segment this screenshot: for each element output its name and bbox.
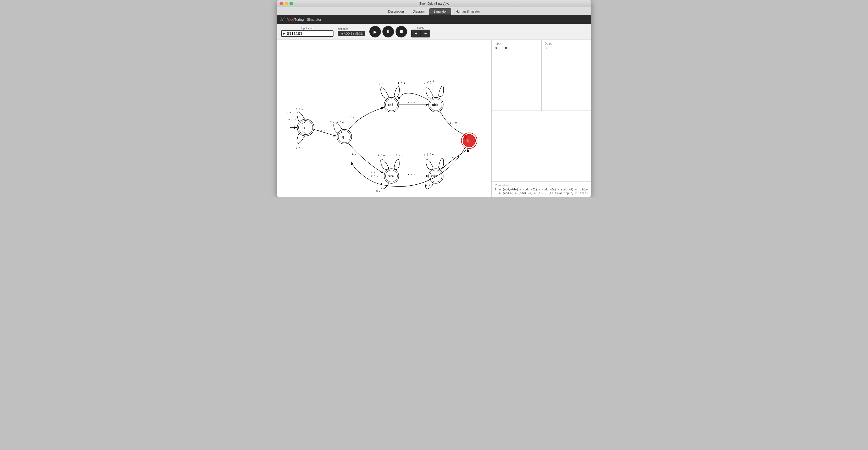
maximize-button[interactable]: [289, 2, 293, 5]
main-window: Even-Odd (Binary).vt Description Diagram…: [277, 0, 591, 197]
input-word-label: input word: [281, 27, 334, 30]
svg-text:1 / u: 1 / u: [427, 153, 434, 156]
main-content: 1 / → 0 / → s ⊳ / →: [277, 40, 591, 197]
app-header: ℳ VisuTuring - Simulator: [277, 15, 591, 24]
alphabet-label: alphabet: [338, 28, 365, 30]
state-h: h: [462, 133, 477, 149]
svg-text:q: q: [342, 134, 344, 139]
speed-group: speed + −: [411, 26, 430, 37]
tab-simulator[interactable]: Simulator: [429, 8, 451, 15]
tab-description[interactable]: Description: [384, 8, 408, 15]
speed-buttons: + −: [411, 30, 430, 37]
title-bar: Even-Odd (Binary).vt: [277, 0, 591, 7]
svg-text:u / ←: u / ←: [318, 129, 326, 131]
svg-text:⊳ / →: ⊳ / →: [408, 101, 415, 104]
state-odd-plus: 0 / u 1 / u odd+ ⊳ / → u / 0: [399, 80, 467, 136]
svg-point-7: [337, 129, 352, 144]
state-q: q u / ← ⊳ / →: [314, 120, 352, 144]
pause-button[interactable]: ⏸: [382, 26, 394, 37]
input-word-box[interactable]: ▶ 0111101: [281, 30, 334, 37]
svg-text:1 / →: 1 / →: [296, 108, 303, 111]
tab-human-simulator[interactable]: Human Simulator: [451, 8, 485, 15]
svg-text:1 / u: 1 / u: [396, 154, 403, 157]
svg-text:1 / u: 1 / u: [398, 82, 405, 84]
info-panel: Input 0111101 Output 0 Computation l) ⊢ …: [492, 40, 591, 197]
stop-button[interactable]: ⏹: [396, 26, 407, 37]
state-even-plus: 0 / u 1 / u even+ ⊳ / → u / 1 ⊳ / →: [399, 149, 468, 189]
computation-text: l) ⊢ (odd,⊢01u) ⊢ (odd,⊢01) ⊢ (odd,⊢0u) …: [495, 188, 588, 195]
svg-text:even: even: [388, 174, 394, 178]
svg-text:1 / u: 1 / u: [376, 82, 383, 85]
window-title: Even-Odd (Binary).vt: [419, 2, 449, 5]
close-button[interactable]: [280, 2, 283, 5]
app-title: VisuTuring - Simulator: [287, 18, 321, 22]
info-spacer: [492, 111, 591, 182]
input-word-group: input word ▶ 0111101: [281, 27, 334, 37]
svg-text:u / 0: u / 0: [450, 122, 457, 124]
svg-text:0 / →: 0 / →: [296, 146, 303, 149]
play-button[interactable]: ▶: [369, 26, 381, 37]
computation-label: Computation: [495, 184, 588, 187]
input-play-icon: ▶: [283, 32, 285, 35]
info-output-section: Output 0: [541, 40, 591, 111]
add-symbol-button[interactable]: ◄ ADD SYMBOL: [338, 31, 365, 36]
svg-text:⊳ / →: ⊳ / →: [408, 173, 416, 176]
svg-point-3: [299, 120, 313, 134]
computation-section: Computation l) ⊢ (odd,⊢01u) ⊢ (odd,⊢01) …: [492, 181, 591, 197]
svg-text:0 / u: 0 / u: [378, 154, 385, 157]
alphabet-group: alphabet ◄ ADD SYMBOL: [338, 28, 365, 36]
input-label: Input: [495, 42, 538, 45]
svg-text:odd+: odd+: [432, 103, 438, 107]
speed-minus-button[interactable]: −: [421, 30, 430, 37]
svg-text:h: h: [467, 139, 470, 143]
svg-text:odd: odd: [388, 103, 394, 107]
state-even: 0 / u 1 / u even 0 / u u / u 0 / u u: [348, 143, 403, 192]
tab-bar: Description Diagram Simulator Human Simu…: [277, 7, 591, 15]
svg-text:u / 1: u / 1: [452, 156, 459, 159]
app-body: ℳ VisuTuring - Simulator input word ▶ 01…: [277, 15, 591, 197]
diagram-area[interactable]: 1 / → 0 / → s ⊳ / →: [277, 40, 492, 197]
output-label: Output: [545, 42, 588, 45]
speed-plus-button[interactable]: +: [411, 30, 421, 37]
svg-text:⊳ / →: ⊳ / →: [337, 121, 344, 124]
svg-text:0 / u: 0 / u: [352, 153, 360, 156]
info-top: Input 0111101 Output 0: [492, 40, 591, 111]
input-word-value: 0111101: [287, 31, 302, 36]
control-buttons: ▶ ⏸ ⏹: [369, 26, 407, 37]
output-value: 0: [545, 46, 588, 50]
toolbar: input word ▶ 0111101 alphabet ◄ ADD SYMB…: [277, 24, 591, 40]
svg-text:u / ←: u / ←: [376, 190, 384, 192]
info-input-section: Input 0111101: [492, 40, 541, 111]
traffic-lights: [280, 2, 293, 5]
svg-point-8: [338, 131, 350, 143]
app-logo-icon: ℳ: [280, 17, 285, 22]
svg-text:u / u: u / u: [371, 171, 378, 173]
svg-text:⊳ / →: ⊳ / →: [289, 118, 296, 121]
speed-label: speed: [417, 26, 424, 29]
minimize-button[interactable]: [284, 2, 288, 5]
svg-text:0 / u: 0 / u: [371, 175, 378, 177]
svg-text:s: s: [304, 125, 306, 129]
state-odd: 1 / u 1 / u odd 1 / u ⊳ / →: [337, 82, 405, 131]
tab-diagram[interactable]: Diagram: [408, 8, 429, 15]
input-value: 0111101: [495, 46, 538, 50]
svg-text:1 / u: 1 / u: [350, 116, 357, 119]
svg-point-2: [297, 119, 314, 136]
svg-text:1 / u: 1 / u: [428, 80, 435, 82]
svg-text:⊳ / →: ⊳ / →: [287, 112, 294, 114]
turing-diagram-svg: 1 / → 0 / → s ⊳ / →: [277, 40, 491, 197]
